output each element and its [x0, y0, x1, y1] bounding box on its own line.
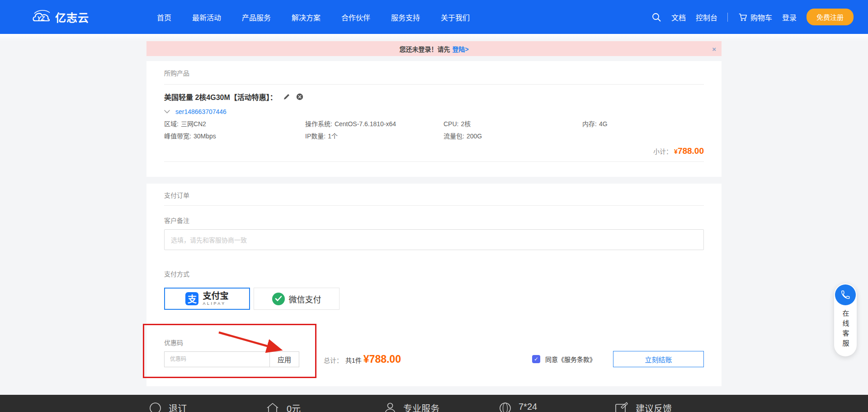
nav-separator — [727, 13, 728, 22]
subtotal-label: 小计： — [653, 148, 672, 155]
subtotal-row: 小计：¥788.00 — [164, 146, 704, 156]
nav-item-products[interactable]: 产品服务 — [242, 12, 271, 23]
wechat-name: 微信支付 — [289, 293, 321, 305]
person-icon — [384, 402, 396, 412]
page-footer: 退订 0元 专业服务 7*24 — [0, 395, 868, 412]
footer-item-feedback[interactable]: 建议反馈 — [615, 402, 672, 412]
remark-textarea[interactable] — [164, 229, 704, 250]
globe-icon — [499, 402, 511, 412]
top-navbar: YZ 亿志云 首页 最新活动 产品服务 解决方案 合作伙伴 服务支持 关于我们 … — [0, 0, 868, 34]
nav-item-activities[interactable]: 最新活动 — [192, 12, 221, 23]
nav-fade — [0, 34, 868, 41]
total-amount: ¥788.00 — [363, 353, 401, 365]
detail-memory: 内存:4G — [582, 118, 704, 130]
search-icon[interactable] — [651, 12, 661, 22]
cart-link[interactable]: 购物车 — [738, 12, 772, 23]
alert-text: 您还未登录！请先 — [399, 44, 450, 53]
order-total: 总计： 共1件 ¥788.00 — [324, 353, 401, 365]
brand-logo[interactable]: YZ 亿志云 — [32, 9, 89, 25]
nav-item-partners[interactable]: 合作伙伴 — [341, 12, 370, 23]
agree-terms-group: ✓ 同意《服务条款》 — [532, 355, 596, 364]
footer-item-support-724[interactable]: 7*24 — [499, 402, 537, 412]
detail-traffic: 流量包:200G — [443, 130, 582, 142]
footer-item-pro-service[interactable]: 专业服务 — [384, 402, 439, 412]
svg-text:YZ: YZ — [37, 15, 45, 22]
alipay-subtitle: ALIPAY — [203, 302, 228, 306]
detail-os: 操作系统:CentOS-7.6.1810-x64 — [305, 118, 443, 130]
close-icon[interactable]: × — [712, 45, 716, 52]
nav-docs-link[interactable]: 文档 — [671, 12, 686, 23]
wechat-logo-icon — [272, 293, 285, 305]
product-card-header: 所购产品 — [164, 69, 704, 78]
home-icon — [266, 402, 279, 412]
alipay-logo-icon: 支 — [185, 292, 198, 305]
detail-cpu: CPU:2核 — [443, 118, 582, 130]
detail-ip-count: IP数量:1个 — [305, 130, 443, 142]
online-service-widget[interactable]: 在线客服 — [834, 284, 857, 356]
feedback-icon — [615, 402, 628, 412]
alert-login-link[interactable]: 登陆> — [452, 44, 468, 53]
total-label: 总计： — [324, 355, 343, 365]
online-service-label: 在线客服 — [841, 310, 850, 350]
alipay-option[interactable]: 支 支付宝 ALIPAY — [164, 288, 250, 310]
login-alert: 您还未登录！请先 登陆> × — [146, 41, 722, 56]
page: YZ 亿志云 首页 最新活动 产品服务 解决方案 合作伙伴 服务支持 关于我们 … — [0, 0, 868, 412]
coupon-label: 优惠码 — [164, 338, 704, 347]
apply-coupon-button[interactable]: 应用 — [269, 351, 299, 367]
brand-name: 亿志云 — [55, 9, 89, 25]
footer-item-refund[interactable]: 退订 — [149, 402, 187, 412]
login-link[interactable]: 登录 — [782, 12, 797, 23]
detail-bandwidth: 峰值带宽:30Mbps — [164, 130, 305, 142]
nav-item-about[interactable]: 关于我们 — [441, 12, 470, 23]
coupon-input[interactable] — [164, 351, 269, 367]
subtotal-currency: ¥ — [674, 148, 678, 155]
checkout-button[interactable]: 立刻结账 — [613, 351, 704, 367]
payment-card: 支付订单 客户备注 支付方式 支 支付宝 ALIPAY — [146, 184, 722, 386]
server-id-link[interactable]: ser148663707446 — [175, 108, 226, 115]
server-detail-grid: 区域:三网CN2 操作系统:CentOS-7.6.1810-x64 CPU:2核… — [164, 118, 704, 142]
chevron-down-icon[interactable] — [164, 110, 170, 114]
terms-label[interactable]: 同意《服务条款》 — [545, 355, 596, 364]
cart-icon — [738, 12, 748, 22]
nav-right: 文档 控制台 购物车 登录 免费注册 — [651, 9, 854, 25]
wechat-option[interactable]: 微信支付 — [254, 288, 340, 310]
remark-label: 客户备注 — [164, 216, 704, 225]
edit-icon[interactable] — [283, 93, 290, 100]
cloud-logo-icon: YZ — [32, 9, 52, 25]
detail-region: 区域:三网CN2 — [164, 118, 305, 130]
product-card: 所购产品 美国轻量 2核4G30M【活动特惠】： — [146, 61, 722, 177]
phone-icon — [835, 284, 856, 305]
total-count: 共1件 — [345, 355, 362, 365]
divider — [164, 84, 704, 85]
nav-console-link[interactable]: 控制台 — [696, 12, 717, 23]
nav-item-solutions[interactable]: 解决方案 — [292, 12, 321, 23]
divider — [164, 205, 704, 206]
cart-label: 购物车 — [750, 12, 772, 23]
alipay-name: 支付宝 — [203, 292, 228, 300]
subtotal-amount: 788.00 — [678, 146, 704, 156]
register-button[interactable]: 免费注册 — [807, 9, 854, 25]
payment-card-header: 支付订单 — [164, 191, 704, 200]
nav-item-home[interactable]: 首页 — [157, 12, 171, 23]
payment-method-label: 支付方式 — [164, 270, 704, 279]
delete-icon[interactable] — [296, 93, 303, 100]
footer-item-free[interactable]: 0元 — [266, 402, 301, 412]
product-title: 美国轻量 2核4G30M【活动特惠】： — [164, 91, 277, 102]
divider — [164, 161, 704, 162]
main-nav: 首页 最新活动 产品服务 解决方案 合作伙伴 服务支持 关于我们 — [157, 12, 470, 23]
nav-item-support[interactable]: 服务支持 — [391, 12, 420, 23]
refund-icon — [149, 402, 161, 412]
terms-checkbox[interactable]: ✓ — [532, 355, 540, 363]
